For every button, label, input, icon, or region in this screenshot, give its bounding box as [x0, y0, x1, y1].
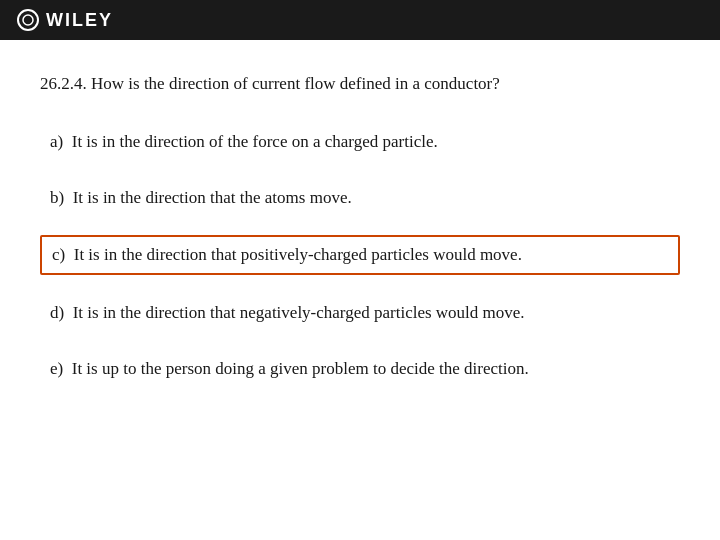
svg-point-1: [23, 15, 33, 25]
answer-d-text: It is in the direction that negatively-c…: [73, 303, 525, 322]
wiley-logo-icon: [16, 8, 40, 32]
answer-b[interactable]: b) It is in the direction that the atoms…: [40, 180, 680, 216]
answer-c-text: It is in the direction that positively-c…: [74, 245, 522, 264]
answer-e[interactable]: e) It is up to the person doing a given …: [40, 351, 680, 387]
answer-d[interactable]: d) It is in the direction that negativel…: [40, 295, 680, 331]
answer-d-label: d): [50, 303, 73, 322]
answer-c-label: c): [52, 245, 74, 264]
answer-a[interactable]: a) It is in the direction of the force o…: [40, 124, 680, 160]
answer-b-label: b): [50, 188, 73, 207]
svg-point-0: [18, 10, 38, 30]
answer-a-label: a): [50, 132, 72, 151]
header-bar: WILEY: [0, 0, 720, 40]
wiley-logo-text: WILEY: [46, 10, 113, 31]
answer-b-text: It is in the direction that the atoms mo…: [73, 188, 352, 207]
question-text: 26.2.4. How is the direction of current …: [40, 72, 680, 96]
answer-c[interactable]: c) It is in the direction that positivel…: [40, 235, 680, 275]
question-body: How is the direction of current flow def…: [91, 74, 500, 93]
wiley-logo: WILEY: [16, 8, 113, 32]
content-area: 26.2.4. How is the direction of current …: [0, 40, 720, 439]
question-number: 26.2.4.: [40, 74, 87, 93]
answer-e-label: e): [50, 359, 72, 378]
answer-e-text: It is up to the person doing a given pro…: [72, 359, 529, 378]
answer-a-text: It is in the direction of the force on a…: [72, 132, 438, 151]
